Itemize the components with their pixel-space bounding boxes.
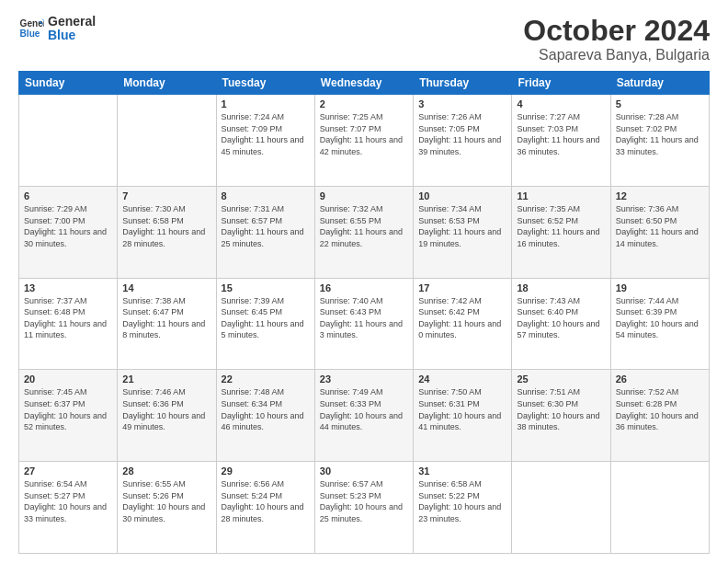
day-number: 31 bbox=[418, 465, 506, 477]
day-info: Sunrise: 7:27 AM Sunset: 7:03 PM Dayligh… bbox=[517, 111, 605, 157]
calendar-cell bbox=[118, 95, 216, 187]
col-saturday: Saturday bbox=[610, 72, 709, 95]
calendar-cell: 11Sunrise: 7:35 AM Sunset: 6:52 PM Dayli… bbox=[512, 186, 610, 278]
calendar-cell bbox=[19, 95, 118, 187]
day-number: 26 bbox=[616, 373, 704, 385]
day-info: Sunrise: 7:40 AM Sunset: 6:43 PM Dayligh… bbox=[320, 295, 408, 341]
calendar-cell: 2Sunrise: 7:25 AM Sunset: 7:07 PM Daylig… bbox=[314, 95, 413, 187]
day-info: Sunrise: 7:24 AM Sunset: 7:09 PM Dayligh… bbox=[222, 111, 310, 157]
calendar-cell: 7Sunrise: 7:30 AM Sunset: 6:58 PM Daylig… bbox=[118, 186, 216, 278]
calendar-table: Sunday Monday Tuesday Wednesday Thursday… bbox=[18, 71, 710, 554]
calendar-cell: 12Sunrise: 7:36 AM Sunset: 6:50 PM Dayli… bbox=[610, 186, 709, 278]
day-info: Sunrise: 7:30 AM Sunset: 6:58 PM Dayligh… bbox=[122, 203, 210, 249]
calendar-cell: 6Sunrise: 7:29 AM Sunset: 7:00 PM Daylig… bbox=[19, 186, 118, 278]
day-info: Sunrise: 7:25 AM Sunset: 7:07 PM Dayligh… bbox=[320, 111, 408, 157]
day-info: Sunrise: 7:39 AM Sunset: 6:45 PM Dayligh… bbox=[222, 295, 310, 341]
day-info: Sunrise: 6:56 AM Sunset: 5:24 PM Dayligh… bbox=[222, 478, 310, 524]
day-number: 12 bbox=[616, 190, 704, 201]
day-number: 6 bbox=[24, 190, 112, 201]
calendar-cell: 28Sunrise: 6:55 AM Sunset: 5:26 PM Dayli… bbox=[118, 462, 216, 554]
day-number: 20 bbox=[24, 373, 112, 385]
day-number: 24 bbox=[418, 373, 506, 385]
svg-text:General: General bbox=[20, 19, 44, 29]
calendar-cell: 24Sunrise: 7:50 AM Sunset: 6:31 PM Dayli… bbox=[414, 370, 512, 462]
day-info: Sunrise: 6:54 AM Sunset: 5:27 PM Dayligh… bbox=[24, 478, 112, 524]
day-info: Sunrise: 7:38 AM Sunset: 6:47 PM Dayligh… bbox=[122, 295, 210, 341]
header-row: Sunday Monday Tuesday Wednesday Thursday… bbox=[19, 72, 710, 95]
calendar-week-3: 13Sunrise: 7:37 AM Sunset: 6:48 PM Dayli… bbox=[19, 278, 710, 370]
day-number: 3 bbox=[418, 98, 506, 109]
day-number: 22 bbox=[222, 373, 310, 385]
logo-line2: Blue bbox=[48, 29, 96, 42]
day-info: Sunrise: 7:50 AM Sunset: 6:31 PM Dayligh… bbox=[418, 386, 506, 432]
calendar-cell: 18Sunrise: 7:43 AM Sunset: 6:40 PM Dayli… bbox=[512, 278, 610, 370]
calendar-cell: 27Sunrise: 6:54 AM Sunset: 5:27 PM Dayli… bbox=[19, 462, 118, 554]
calendar-week-2: 6Sunrise: 7:29 AM Sunset: 7:00 PM Daylig… bbox=[19, 186, 710, 278]
day-number: 7 bbox=[122, 190, 210, 201]
day-number: 4 bbox=[517, 98, 605, 109]
day-number: 27 bbox=[24, 465, 112, 477]
day-number: 29 bbox=[222, 465, 310, 477]
day-number: 1 bbox=[222, 98, 310, 109]
calendar-cell: 15Sunrise: 7:39 AM Sunset: 6:45 PM Dayli… bbox=[216, 278, 314, 370]
logo-line1: General bbox=[48, 15, 96, 29]
calendar-cell: 10Sunrise: 7:34 AM Sunset: 6:53 PM Dayli… bbox=[414, 186, 512, 278]
day-info: Sunrise: 7:37 AM Sunset: 6:48 PM Dayligh… bbox=[24, 295, 112, 341]
calendar-cell: 16Sunrise: 7:40 AM Sunset: 6:43 PM Dayli… bbox=[314, 278, 413, 370]
calendar-week-1: 1Sunrise: 7:24 AM Sunset: 7:09 PM Daylig… bbox=[19, 95, 710, 187]
svg-text:Blue: Blue bbox=[20, 29, 40, 40]
calendar-body: 1Sunrise: 7:24 AM Sunset: 7:09 PM Daylig… bbox=[19, 95, 710, 554]
col-tuesday: Tuesday bbox=[216, 72, 314, 95]
day-info: Sunrise: 7:36 AM Sunset: 6:50 PM Dayligh… bbox=[616, 203, 704, 249]
calendar-cell: 30Sunrise: 6:57 AM Sunset: 5:23 PM Dayli… bbox=[314, 462, 413, 554]
calendar-cell: 19Sunrise: 7:44 AM Sunset: 6:39 PM Dayli… bbox=[610, 278, 709, 370]
day-info: Sunrise: 7:46 AM Sunset: 6:36 PM Dayligh… bbox=[122, 386, 210, 432]
calendar-cell: 1Sunrise: 7:24 AM Sunset: 7:09 PM Daylig… bbox=[216, 95, 314, 187]
day-number: 14 bbox=[122, 282, 210, 293]
day-info: Sunrise: 7:45 AM Sunset: 6:37 PM Dayligh… bbox=[24, 386, 112, 432]
calendar-cell: 4Sunrise: 7:27 AM Sunset: 7:03 PM Daylig… bbox=[512, 95, 610, 187]
day-number: 18 bbox=[517, 282, 605, 293]
page-subtitle: Sapareva Banya, Bulgaria bbox=[523, 47, 710, 63]
day-number: 8 bbox=[222, 190, 310, 201]
col-thursday: Thursday bbox=[414, 72, 512, 95]
day-number: 13 bbox=[24, 282, 112, 293]
day-info: Sunrise: 6:57 AM Sunset: 5:23 PM Dayligh… bbox=[320, 478, 408, 524]
day-info: Sunrise: 7:34 AM Sunset: 6:53 PM Dayligh… bbox=[418, 203, 506, 249]
calendar-cell: 13Sunrise: 7:37 AM Sunset: 6:48 PM Dayli… bbox=[19, 278, 118, 370]
calendar-cell: 21Sunrise: 7:46 AM Sunset: 6:36 PM Dayli… bbox=[118, 370, 216, 462]
day-info: Sunrise: 7:26 AM Sunset: 7:05 PM Dayligh… bbox=[418, 111, 506, 157]
calendar-cell bbox=[512, 462, 610, 554]
col-wednesday: Wednesday bbox=[314, 72, 413, 95]
day-number: 11 bbox=[517, 190, 605, 201]
logo-icon: General Blue bbox=[18, 16, 44, 41]
col-monday: Monday bbox=[118, 72, 216, 95]
calendar-cell: 14Sunrise: 7:38 AM Sunset: 6:47 PM Dayli… bbox=[118, 278, 216, 370]
calendar-week-5: 27Sunrise: 6:54 AM Sunset: 5:27 PM Dayli… bbox=[19, 462, 710, 554]
day-info: Sunrise: 7:49 AM Sunset: 6:33 PM Dayligh… bbox=[320, 386, 408, 432]
calendar-cell: 3Sunrise: 7:26 AM Sunset: 7:05 PM Daylig… bbox=[414, 95, 512, 187]
day-info: Sunrise: 7:29 AM Sunset: 7:00 PM Dayligh… bbox=[24, 203, 112, 249]
day-info: Sunrise: 6:55 AM Sunset: 5:26 PM Dayligh… bbox=[122, 478, 210, 524]
day-info: Sunrise: 7:52 AM Sunset: 6:28 PM Dayligh… bbox=[616, 386, 704, 432]
day-info: Sunrise: 7:28 AM Sunset: 7:02 PM Dayligh… bbox=[616, 111, 704, 157]
day-number: 5 bbox=[616, 98, 704, 109]
calendar-cell: 8Sunrise: 7:31 AM Sunset: 6:57 PM Daylig… bbox=[216, 186, 314, 278]
day-number: 19 bbox=[616, 282, 704, 293]
calendar-cell: 5Sunrise: 7:28 AM Sunset: 7:02 PM Daylig… bbox=[610, 95, 709, 187]
day-number: 28 bbox=[122, 465, 210, 477]
calendar-header: Sunday Monday Tuesday Wednesday Thursday… bbox=[19, 72, 710, 95]
day-number: 2 bbox=[320, 98, 408, 109]
day-info: Sunrise: 7:44 AM Sunset: 6:39 PM Dayligh… bbox=[616, 295, 704, 341]
col-sunday: Sunday bbox=[19, 72, 118, 95]
calendar-cell: 29Sunrise: 6:56 AM Sunset: 5:24 PM Dayli… bbox=[216, 462, 314, 554]
day-info: Sunrise: 7:51 AM Sunset: 6:30 PM Dayligh… bbox=[517, 386, 605, 432]
day-number: 15 bbox=[222, 282, 310, 293]
day-info: Sunrise: 6:58 AM Sunset: 5:22 PM Dayligh… bbox=[418, 478, 506, 524]
calendar-cell bbox=[610, 462, 709, 554]
day-info: Sunrise: 7:31 AM Sunset: 6:57 PM Dayligh… bbox=[222, 203, 310, 249]
page: General Blue General Blue October 2024 S… bbox=[0, 0, 728, 563]
day-info: Sunrise: 7:43 AM Sunset: 6:40 PM Dayligh… bbox=[517, 295, 605, 341]
day-number: 9 bbox=[320, 190, 408, 201]
day-info: Sunrise: 7:42 AM Sunset: 6:42 PM Dayligh… bbox=[418, 295, 506, 341]
